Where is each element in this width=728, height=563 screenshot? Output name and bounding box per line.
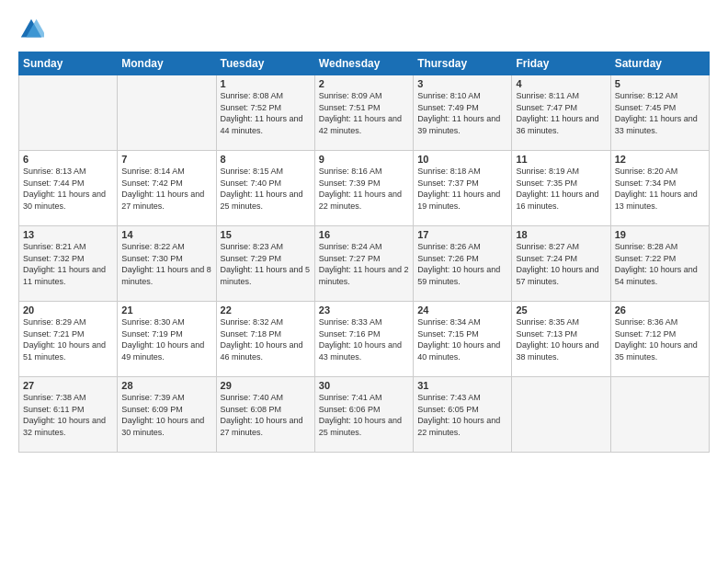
cell-2-5: 18Sunrise: 8:27 AM Sunset: 7:24 PM Dayli… — [512, 226, 610, 302]
day-num-0-6: 5 — [615, 78, 705, 89]
day-num-4-4: 31 — [417, 380, 507, 391]
header-monday: Monday — [118, 52, 216, 75]
cell-0-0 — [19, 75, 118, 151]
calendar-header-row: Sunday Monday Tuesday Wednesday Thursday… — [19, 52, 710, 75]
day-num-3-0: 20 — [23, 304, 113, 316]
cell-1-6: 12Sunrise: 8:20 AM Sunset: 7:34 PM Dayli… — [610, 151, 709, 226]
week-row-3: 20Sunrise: 8:29 AM Sunset: 7:21 PM Dayli… — [19, 302, 710, 377]
day-num-3-2: 22 — [221, 304, 311, 316]
day-num-0-3: 2 — [319, 78, 409, 89]
day-num-2-0: 13 — [23, 229, 113, 240]
cell-4-2: 29Sunrise: 7:40 AM Sunset: 6:08 PM Dayli… — [216, 377, 314, 453]
cell-2-2: 15Sunrise: 8:23 AM Sunset: 7:29 PM Dayli… — [216, 226, 314, 302]
cell-1-1: 7Sunrise: 8:14 AM Sunset: 7:42 PM Daylig… — [118, 151, 216, 226]
cell-info-1-4: Sunrise: 8:18 AM Sunset: 7:37 PM Dayligh… — [417, 166, 507, 212]
cell-4-0: 27Sunrise: 7:38 AM Sunset: 6:11 PM Dayli… — [19, 377, 118, 453]
cell-2-6: 19Sunrise: 8:28 AM Sunset: 7:22 PM Dayli… — [610, 226, 709, 302]
day-num-2-1: 14 — [121, 229, 211, 240]
day-num-1-3: 9 — [319, 154, 409, 165]
day-num-4-2: 29 — [221, 380, 311, 391]
header — [18, 17, 710, 42]
cell-info-2-2: Sunrise: 8:23 AM Sunset: 7:29 PM Dayligh… — [221, 241, 311, 287]
cell-info-3-4: Sunrise: 8:34 AM Sunset: 7:15 PM Dayligh… — [417, 316, 507, 362]
cell-info-1-2: Sunrise: 8:15 AM Sunset: 7:40 PM Dayligh… — [221, 166, 311, 212]
day-num-1-5: 11 — [516, 154, 606, 165]
day-num-0-5: 4 — [516, 78, 606, 89]
cell-info-2-6: Sunrise: 8:28 AM Sunset: 7:22 PM Dayligh… — [615, 241, 705, 287]
cell-info-4-1: Sunrise: 7:39 AM Sunset: 6:09 PM Dayligh… — [121, 392, 211, 438]
cell-1-4: 10Sunrise: 8:18 AM Sunset: 7:37 PM Dayli… — [414, 151, 512, 226]
cell-info-4-2: Sunrise: 7:40 AM Sunset: 6:08 PM Dayligh… — [221, 392, 311, 438]
header-sunday: Sunday — [19, 52, 118, 75]
cell-4-4: 31Sunrise: 7:43 AM Sunset: 6:05 PM Dayli… — [414, 377, 512, 453]
cell-info-3-2: Sunrise: 8:32 AM Sunset: 7:18 PM Dayligh… — [221, 316, 311, 362]
week-row-2: 13Sunrise: 8:21 AM Sunset: 7:32 PM Dayli… — [19, 226, 710, 302]
cell-4-6 — [610, 377, 709, 453]
cell-3-2: 22Sunrise: 8:32 AM Sunset: 7:18 PM Dayli… — [216, 302, 314, 377]
cell-3-3: 23Sunrise: 8:33 AM Sunset: 7:16 PM Dayli… — [314, 302, 413, 377]
cell-info-3-0: Sunrise: 8:29 AM Sunset: 7:21 PM Dayligh… — [23, 316, 113, 362]
day-num-2-3: 16 — [319, 229, 409, 240]
cell-2-0: 13Sunrise: 8:21 AM Sunset: 7:32 PM Dayli… — [19, 226, 118, 302]
day-num-0-2: 1 — [221, 78, 311, 89]
cell-info-2-3: Sunrise: 8:24 AM Sunset: 7:27 PM Dayligh… — [319, 241, 409, 287]
cell-info-1-0: Sunrise: 8:13 AM Sunset: 7:44 PM Dayligh… — [23, 166, 113, 212]
cell-info-2-1: Sunrise: 8:22 AM Sunset: 7:30 PM Dayligh… — [121, 241, 211, 287]
cell-1-2: 8Sunrise: 8:15 AM Sunset: 7:40 PM Daylig… — [216, 151, 314, 226]
header-thursday: Thursday — [414, 52, 512, 75]
cell-4-3: 30Sunrise: 7:41 AM Sunset: 6:06 PM Dayli… — [314, 377, 413, 453]
header-friday: Friday — [512, 52, 610, 75]
cell-info-2-4: Sunrise: 8:26 AM Sunset: 7:26 PM Dayligh… — [417, 241, 507, 287]
cell-info-3-6: Sunrise: 8:36 AM Sunset: 7:12 PM Dayligh… — [615, 316, 705, 362]
day-num-2-6: 19 — [615, 229, 705, 240]
cell-info-3-3: Sunrise: 8:33 AM Sunset: 7:16 PM Dayligh… — [319, 316, 409, 362]
day-num-1-1: 7 — [121, 154, 211, 165]
cell-3-4: 24Sunrise: 8:34 AM Sunset: 7:15 PM Dayli… — [414, 302, 512, 377]
day-num-2-5: 18 — [516, 229, 606, 240]
cell-info-0-6: Sunrise: 8:12 AM Sunset: 7:45 PM Dayligh… — [615, 90, 705, 136]
cell-info-0-3: Sunrise: 8:09 AM Sunset: 7:51 PM Dayligh… — [319, 90, 409, 136]
day-num-3-5: 25 — [516, 304, 606, 316]
day-num-4-3: 30 — [319, 380, 409, 391]
day-num-3-3: 23 — [319, 304, 409, 316]
cell-info-4-3: Sunrise: 7:41 AM Sunset: 6:06 PM Dayligh… — [319, 392, 409, 438]
cell-4-5 — [512, 377, 610, 453]
day-num-1-4: 10 — [417, 154, 507, 165]
day-num-2-2: 15 — [221, 229, 311, 240]
cell-info-0-4: Sunrise: 8:10 AM Sunset: 7:49 PM Dayligh… — [417, 90, 507, 136]
header-tuesday: Tuesday — [216, 52, 314, 75]
day-num-1-2: 8 — [221, 154, 311, 165]
week-row-0: 1Sunrise: 8:08 AM Sunset: 7:52 PM Daylig… — [19, 75, 710, 151]
cell-1-0: 6Sunrise: 8:13 AM Sunset: 7:44 PM Daylig… — [19, 151, 118, 226]
cell-2-1: 14Sunrise: 8:22 AM Sunset: 7:30 PM Dayli… — [118, 226, 216, 302]
cell-info-1-3: Sunrise: 8:16 AM Sunset: 7:39 PM Dayligh… — [319, 166, 409, 212]
cell-info-3-1: Sunrise: 8:30 AM Sunset: 7:19 PM Dayligh… — [121, 316, 211, 362]
day-num-3-1: 21 — [121, 304, 211, 316]
cell-0-4: 3Sunrise: 8:10 AM Sunset: 7:49 PM Daylig… — [414, 75, 512, 151]
logo-icon — [18, 17, 44, 42]
cell-3-1: 21Sunrise: 8:30 AM Sunset: 7:19 PM Dayli… — [118, 302, 216, 377]
cell-info-1-1: Sunrise: 8:14 AM Sunset: 7:42 PM Dayligh… — [121, 166, 211, 212]
cell-0-1 — [118, 75, 216, 151]
day-num-4-0: 27 — [23, 380, 113, 391]
cell-3-6: 26Sunrise: 8:36 AM Sunset: 7:12 PM Dayli… — [610, 302, 709, 377]
cell-3-5: 25Sunrise: 8:35 AM Sunset: 7:13 PM Dayli… — [512, 302, 610, 377]
cell-1-3: 9Sunrise: 8:16 AM Sunset: 7:39 PM Daylig… — [314, 151, 413, 226]
cell-info-4-0: Sunrise: 7:38 AM Sunset: 6:11 PM Dayligh… — [23, 392, 113, 438]
day-num-1-6: 12 — [615, 154, 705, 165]
cell-info-0-5: Sunrise: 8:11 AM Sunset: 7:47 PM Dayligh… — [516, 90, 606, 136]
day-num-0-4: 3 — [417, 78, 507, 89]
week-row-4: 27Sunrise: 7:38 AM Sunset: 6:11 PM Dayli… — [19, 377, 710, 453]
cell-info-2-0: Sunrise: 8:21 AM Sunset: 7:32 PM Dayligh… — [23, 241, 113, 287]
cell-0-6: 5Sunrise: 8:12 AM Sunset: 7:45 PM Daylig… — [610, 75, 709, 151]
cell-2-4: 17Sunrise: 8:26 AM Sunset: 7:26 PM Dayli… — [414, 226, 512, 302]
cell-1-5: 11Sunrise: 8:19 AM Sunset: 7:35 PM Dayli… — [512, 151, 610, 226]
cell-info-3-5: Sunrise: 8:35 AM Sunset: 7:13 PM Dayligh… — [516, 316, 606, 362]
cell-0-2: 1Sunrise: 8:08 AM Sunset: 7:52 PM Daylig… — [216, 75, 314, 151]
header-saturday: Saturday — [610, 52, 709, 75]
cell-info-0-2: Sunrise: 8:08 AM Sunset: 7:52 PM Dayligh… — [221, 90, 311, 136]
cell-info-2-5: Sunrise: 8:27 AM Sunset: 7:24 PM Dayligh… — [516, 241, 606, 287]
day-num-2-4: 17 — [417, 229, 507, 240]
cell-4-1: 28Sunrise: 7:39 AM Sunset: 6:09 PM Dayli… — [118, 377, 216, 453]
cell-info-1-5: Sunrise: 8:19 AM Sunset: 7:35 PM Dayligh… — [516, 166, 606, 212]
